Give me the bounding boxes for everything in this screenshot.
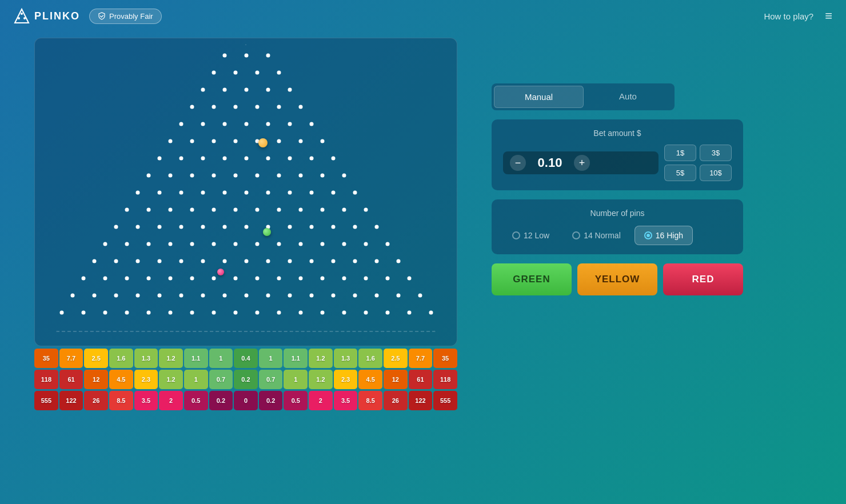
score-cell: 3.5: [334, 391, 358, 410]
tab-manual[interactable]: Manual: [494, 86, 584, 108]
pin-dot: [136, 191, 140, 195]
bet-label: Bet amount $: [503, 129, 732, 138]
pin-dot: [190, 139, 194, 143]
pin-dot: [136, 225, 140, 229]
quick-bet-button-5[interactable]: 5$: [664, 165, 696, 181]
pin-option-16high[interactable]: 16 High: [634, 226, 693, 245]
pin-dot: [179, 157, 183, 161]
pin-dot: [234, 242, 238, 246]
pin-option-14normal[interactable]: 14 Normal: [563, 226, 630, 245]
how-to-play-link[interactable]: How to play?: [764, 11, 813, 21]
pin-dot: [342, 174, 346, 178]
pin-dot: [223, 191, 227, 195]
quick-bet-row: 1$3$: [664, 145, 732, 161]
pin-dot: [245, 294, 249, 298]
quick-bet-button-10[interactable]: 10$: [700, 165, 732, 181]
pin-option-label-14normal: 14 Normal: [584, 231, 621, 240]
pin-dot: [321, 208, 325, 212]
pin-dot: [223, 259, 227, 263]
quick-bet-button-3[interactable]: 3$: [700, 145, 732, 161]
board-area: [34, 38, 457, 346]
pin-dot: [125, 277, 129, 281]
pin-dot: [375, 225, 379, 229]
risk-button-yellow[interactable]: YELLOW: [577, 263, 657, 295]
pin-dot: [93, 294, 97, 298]
score-cell: 7.7: [59, 349, 83, 368]
pin-dot: [386, 242, 390, 246]
pin-dot: [277, 139, 281, 143]
pin-dot: [386, 311, 390, 315]
bet-decrease-button[interactable]: −: [510, 155, 526, 171]
score-cell: 26: [384, 391, 408, 410]
score-cell: 118: [34, 370, 58, 389]
score-cell: 555: [34, 391, 58, 410]
score-cell: 35: [433, 349, 457, 368]
header: PLINKO Provably Fair How to play? ≡: [0, 0, 846, 32]
score-cell: 2.5: [384, 349, 408, 368]
pin-dot: [158, 157, 162, 161]
pin-dot: [245, 259, 249, 263]
score-cell: 1.1: [284, 349, 308, 368]
pin-dot: [364, 242, 368, 246]
score-cell: 61: [59, 370, 83, 389]
score-cell: 555: [433, 391, 457, 410]
bet-input-area: − 0.10 +: [503, 151, 659, 174]
pin-dot: [299, 139, 303, 143]
pin-dot: [169, 242, 173, 246]
bet-increase-button[interactable]: +: [574, 155, 590, 171]
score-cell: 0.2: [259, 391, 283, 410]
pin-dot: [310, 191, 314, 195]
risk-button-red[interactable]: RED: [663, 263, 743, 295]
pin-dot: [386, 277, 390, 281]
pin-dot: [310, 259, 314, 263]
pin-dot: [234, 105, 238, 109]
pin-dot: [223, 294, 227, 298]
mode-tabs: Manual Auto: [492, 83, 675, 110]
pin-dot: [299, 311, 303, 315]
score-cell: 3.5: [134, 391, 158, 410]
pin-dot: [114, 225, 118, 229]
score-cell: 2.5: [84, 349, 108, 368]
menu-icon[interactable]: ≡: [825, 9, 832, 23]
pin-dot: [147, 311, 151, 315]
pin-dot: [82, 311, 86, 315]
pin-dot: [288, 122, 292, 126]
radio-dot-12low: [512, 231, 520, 239]
header-right: How to play? ≡: [764, 9, 832, 23]
pin-dot: [332, 157, 336, 161]
pin-dot: [321, 311, 325, 315]
pin-dot: [245, 157, 249, 161]
pin-dot: [342, 242, 346, 246]
pin-dot: [169, 277, 173, 281]
pin-dot: [223, 88, 227, 92]
pin-dot: [158, 294, 162, 298]
ball-orange: [258, 138, 268, 147]
quick-bet-button-1[interactable]: 1$: [664, 145, 696, 161]
score-cell: 0.2: [209, 391, 233, 410]
score-cell: 1: [184, 370, 208, 389]
score-cell: 12: [384, 370, 408, 389]
pin-option-12low[interactable]: 12 Low: [503, 226, 558, 245]
tab-auto[interactable]: Auto: [584, 86, 672, 108]
score-cell: 61: [409, 370, 433, 389]
score-cell: 7.7: [409, 349, 433, 368]
pins-panel: Number of pins 12 Low14 Normal16 High: [492, 199, 743, 254]
provably-fair-button[interactable]: Provably Fair: [89, 9, 162, 24]
pin-dot: [114, 259, 118, 263]
score-cell: 1.2: [309, 349, 333, 368]
score-cell: 4.5: [358, 370, 382, 389]
pin-dot: [266, 157, 270, 161]
pin-dot: [223, 122, 227, 126]
pin-dot: [158, 225, 162, 229]
pin-dot: [321, 139, 325, 143]
main-layout: 357.72.51.61.31.21.110.411.11.21.31.62.5…: [0, 32, 846, 502]
score-cell: 1.2: [159, 370, 183, 389]
pin-dot: [169, 311, 173, 315]
pin-dot: [418, 294, 422, 298]
pin-dot: [245, 225, 249, 229]
pin-dot: [256, 71, 260, 75]
pin-dot: [234, 277, 238, 281]
pin-dot: [179, 225, 183, 229]
risk-button-green[interactable]: GREEN: [492, 263, 572, 295]
pin-dot: [212, 105, 216, 109]
